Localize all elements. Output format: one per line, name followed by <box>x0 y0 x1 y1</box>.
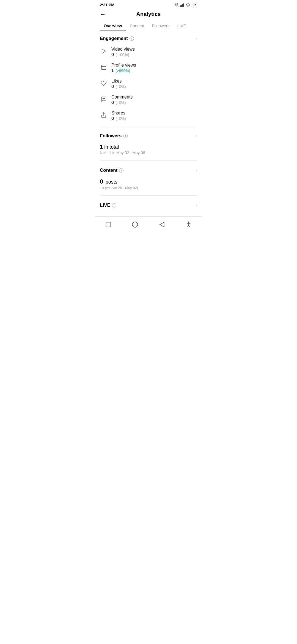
followers-title: Followers i <box>100 133 128 139</box>
divider-3 <box>100 195 197 196</box>
nav-back-button[interactable] <box>158 221 166 228</box>
header: ← Analytics <box>95 9 202 21</box>
tabs-bar: Overview Content Followers LIVE <box>95 21 202 31</box>
profile-views-value: 1 <box>111 68 114 73</box>
followers-net-text: Net +1 in May 02 - May 08 <box>100 151 197 155</box>
svg-point-10 <box>103 98 103 99</box>
content-info-icon[interactable]: i <box>119 168 123 173</box>
content-posts: 0 posts +0 (vs. Apr 26 - May 02) <box>100 176 197 191</box>
status-bar: 2:31 PM 87 <box>95 0 202 9</box>
bottom-nav <box>95 216 202 234</box>
shares-value: 0 <box>111 116 114 121</box>
comments-label: Comments <box>111 95 133 100</box>
followers-section-header[interactable]: Followers i › <box>100 129 197 141</box>
status-icons: 87 <box>174 3 197 7</box>
posts-value: 0 <box>100 178 103 185</box>
live-chevron-icon: › <box>196 202 197 208</box>
posts-label: posts <box>106 179 117 185</box>
metric-video-views: Video views 0 (-100%) <box>100 44 197 60</box>
video-views-change: (-100%) <box>116 53 129 57</box>
svg-marker-16 <box>160 222 164 227</box>
likes-change: (+0%) <box>116 84 126 89</box>
svg-rect-2 <box>181 5 182 7</box>
nav-square-button[interactable] <box>105 221 112 228</box>
likes-value: 0 <box>111 84 114 89</box>
live-info-icon[interactable]: i <box>112 203 116 208</box>
nav-accessibility-button[interactable] <box>185 221 192 228</box>
live-section-header[interactable]: LIVE i › <box>100 198 197 211</box>
profile-views-icon <box>100 63 108 71</box>
shares-change: (+0%) <box>116 116 126 121</box>
followers-total: 1 in total Net +1 in May 02 - May 08 <box>100 141 197 156</box>
followers-chevron-icon: › <box>196 133 197 139</box>
svg-point-11 <box>103 98 104 99</box>
svg-rect-14 <box>106 222 111 227</box>
svg-marker-6 <box>102 49 106 54</box>
content-title: Content i <box>100 168 123 173</box>
engagement-title: Engagement i <box>100 36 134 41</box>
divider-1 <box>100 126 197 126</box>
tab-content[interactable]: Content <box>126 21 148 31</box>
nav-home-button[interactable] <box>131 221 139 228</box>
metric-comments: Comments 0 (+0%) <box>100 92 197 108</box>
bell-mute-icon <box>174 3 179 7</box>
svg-line-21 <box>189 225 190 227</box>
profile-views-change: (>999%) <box>116 69 130 73</box>
svg-point-12 <box>104 98 105 99</box>
svg-point-17 <box>188 222 189 223</box>
svg-rect-3 <box>182 4 183 7</box>
shares-label: Shares <box>111 111 126 116</box>
comments-value: 0 <box>111 100 114 105</box>
video-views-value: 0 <box>111 52 114 57</box>
content-section-header[interactable]: Content i › <box>100 163 197 176</box>
status-time: 2:31 PM <box>100 3 114 7</box>
video-views-icon <box>100 47 108 55</box>
svg-line-0 <box>174 3 178 7</box>
wifi-icon <box>186 3 190 7</box>
main-content: Engagement i › Video views 0 (-100%) <box>95 31 202 211</box>
svg-rect-7 <box>101 65 106 70</box>
svg-rect-1 <box>180 6 181 7</box>
engagement-chevron-icon: › <box>196 36 197 41</box>
metric-likes: Likes 0 (+0%) <box>100 76 197 92</box>
metric-shares: Shares 0 (+0%) <box>100 108 197 124</box>
engagement-section-header[interactable]: Engagement i › <box>100 31 197 44</box>
posts-change-text: +0 (vs. Apr 26 - May 02) <box>100 186 197 190</box>
metric-profile-views: Profile views 1 (>999%) <box>100 60 197 76</box>
shares-icon <box>100 111 108 119</box>
content-chevron-icon: › <box>196 167 197 173</box>
tab-overview[interactable]: Overview <box>100 21 126 31</box>
live-title: LIVE i <box>100 203 116 208</box>
signal-icon <box>180 3 185 7</box>
comments-change: (+0%) <box>116 100 126 105</box>
video-views-label: Video views <box>111 47 135 52</box>
battery-icon: 87 <box>192 3 197 7</box>
svg-point-5 <box>188 7 188 7</box>
page-title: Analytics <box>136 11 161 17</box>
likes-label: Likes <box>111 79 126 84</box>
tab-live[interactable]: LIVE <box>173 21 190 31</box>
svg-point-15 <box>133 222 138 227</box>
profile-views-label: Profile views <box>111 63 136 68</box>
svg-rect-4 <box>183 3 184 7</box>
followers-info-icon[interactable]: i <box>123 134 128 138</box>
engagement-info-icon[interactable]: i <box>130 36 134 41</box>
divider-2 <box>100 160 197 161</box>
svg-line-20 <box>188 225 189 227</box>
tab-followers[interactable]: Followers <box>148 21 173 31</box>
likes-icon <box>100 79 108 87</box>
comments-icon <box>100 95 108 103</box>
back-button[interactable]: ← <box>100 11 106 18</box>
